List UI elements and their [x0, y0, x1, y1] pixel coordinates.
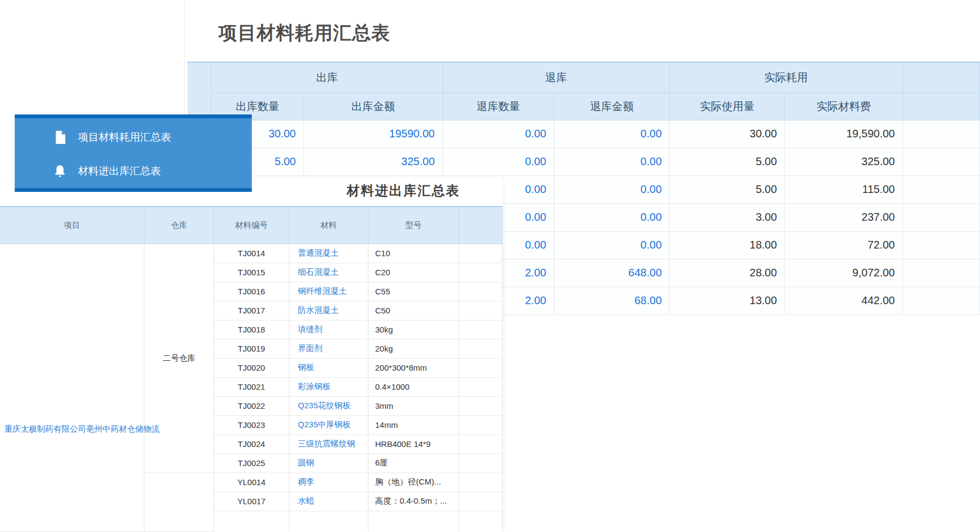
material-code: TJ0018 — [214, 320, 289, 339]
model-value: HRB400E 14*9 — [368, 434, 458, 454]
empty-cell — [903, 203, 979, 231]
actual-cost-value: 72.00 — [785, 231, 903, 259]
material-link[interactable]: 稠李 — [298, 477, 314, 486]
material-code: TJ0022 — [214, 396, 289, 415]
menu-item-label: 项目材料耗用汇总表 — [78, 130, 171, 144]
col-header-return-qty: 退库数量 — [443, 93, 554, 120]
inout-report-sheet: 材料进出库汇总表 项目 仓库 材料编号 材料 型号 重庆太极 — [0, 178, 503, 532]
outbound-amount-value[interactable]: 325.00 — [304, 148, 443, 176]
actual-usage-value: 18.00 — [670, 231, 785, 259]
return-amount-value[interactable]: 648.00 — [554, 259, 670, 287]
col-header-material: 材料 — [289, 207, 368, 244]
return-amount-value[interactable]: 0.00 — [554, 231, 670, 259]
empty-cell — [458, 415, 502, 434]
col-header-return-amount: 退库金额 — [554, 93, 670, 120]
material-link[interactable]: 填缝剂 — [298, 324, 323, 334]
material-code: YL0017 — [214, 492, 289, 511]
consumption-report-title: 项目材料耗用汇总表 — [219, 21, 390, 46]
empty-cell — [458, 511, 502, 531]
material-link[interactable]: 钢板 — [298, 362, 314, 372]
col-header-material-code: 材料编号 — [214, 207, 289, 244]
material-code: TJ0021 — [214, 377, 289, 396]
return-qty-value[interactable]: 0.00 — [443, 148, 554, 176]
inout-report-title: 材料进出库汇总表 — [347, 182, 494, 200]
material-link[interactable]: Q235花纹钢板 — [298, 401, 351, 410]
empty-cell — [458, 396, 502, 415]
return-amount-value[interactable]: 0.00 — [554, 148, 670, 176]
actual-cost-value: 19,590.00 — [785, 120, 903, 148]
model-value: 6厘 — [368, 454, 458, 473]
actual-usage-value: 13.00 — [670, 287, 785, 315]
actual-usage-value: 30.00 — [670, 120, 785, 148]
material-link[interactable]: 细石混凝土 — [298, 267, 339, 276]
empty-cell — [368, 511, 458, 531]
model-value: C50 — [368, 301, 458, 320]
material-link[interactable]: 彩涂钢板 — [298, 382, 331, 391]
empty-cell — [903, 120, 979, 148]
material-link[interactable]: 钢纤维混凝土 — [298, 286, 347, 295]
outbound-amount-value[interactable]: 19590.00 — [304, 120, 443, 148]
material-code: TJ0014 — [214, 244, 289, 263]
material-link[interactable]: Q235中厚钢板 — [298, 420, 351, 429]
inout-table: 项目 仓库 材料编号 材料 型号 重庆太极制药有限公司亳州中药材仓储物流 二号仓… — [0, 206, 503, 532]
page: 项目材料耗用汇总表 出库 退库 实际耗用 出库数量 出库金额 退库数量 — [0, 0, 980, 532]
empty-cell — [458, 434, 502, 454]
menu-item-consumption-report[interactable]: 项目材料耗用汇总表 — [15, 120, 252, 154]
model-value: 0.4×1000 — [368, 377, 458, 396]
col-header-actual-usage: 实际使用量 — [670, 93, 785, 120]
return-qty-value[interactable]: 0.00 — [443, 120, 554, 148]
empty-cell — [458, 454, 502, 473]
col-header-outbound-amount: 出库金额 — [304, 93, 443, 120]
return-amount-value[interactable]: 0.00 — [554, 203, 670, 231]
warehouse-link[interactable]: 二号仓库 — [144, 244, 214, 473]
col-header-actual-cost: 实际材料费 — [785, 93, 903, 120]
col-header-warehouse: 仓库 — [144, 207, 214, 244]
return-amount-value[interactable]: 0.00 — [554, 120, 670, 148]
model-value: C20 — [368, 263, 458, 282]
actual-cost-value: 237.00 — [785, 203, 903, 231]
bell-icon — [53, 164, 67, 178]
menu-item-inout-report[interactable]: 材料进出库汇总表 — [15, 154, 252, 188]
col-header-cut — [903, 93, 979, 120]
return-amount-value[interactable]: 68.00 — [554, 287, 670, 315]
material-code: TJ0025 — [214, 454, 289, 473]
col-header-project: 项目 — [0, 207, 144, 244]
actual-usage-value: 5.00 — [670, 176, 785, 203]
table-row: 重庆太极制药有限公司亳州中药材仓储物流 二号仓库 TJ0014 普通混凝土 C1… — [0, 244, 503, 263]
model-value: 3mm — [368, 396, 458, 415]
warehouse-cell — [144, 473, 214, 531]
actual-cost-value: 115.00 — [785, 176, 903, 203]
empty-cell — [458, 301, 502, 320]
actual-usage-value: 3.00 — [670, 203, 785, 231]
model-value: 200*300*8mm — [368, 358, 458, 377]
material-link[interactable]: 水蜡 — [298, 496, 314, 505]
model-value: 14mm — [368, 415, 458, 434]
col-header-cut — [458, 207, 502, 244]
menu-item-label: 材料进出库汇总表 — [78, 164, 161, 178]
empty-cell — [903, 148, 979, 176]
material-link[interactable]: 三级抗震螺纹钢 — [298, 439, 355, 448]
empty-cell — [289, 511, 368, 531]
material-code: TJ0017 — [214, 301, 289, 320]
col-header-model: 型号 — [368, 207, 458, 244]
table-row: 5.00 325.00 0.00 0.00 5.00 325.00 — [187, 148, 980, 176]
material-link[interactable]: 界面剂 — [298, 343, 323, 353]
project-link[interactable]: 重庆太极制药有限公司亳州中药材仓储物流 — [4, 424, 161, 434]
document-icon — [53, 130, 67, 144]
actual-usage-value: 5.00 — [670, 148, 785, 176]
actual-cost-value: 325.00 — [785, 148, 903, 176]
empty-cell — [458, 263, 502, 282]
group-header-cut — [903, 62, 979, 93]
empty-cell — [458, 282, 502, 301]
return-amount-value[interactable]: 0.00 — [554, 176, 670, 203]
corner-header-cell — [187, 62, 211, 120]
model-value: C10 — [368, 244, 458, 263]
material-link[interactable]: 普通混凝土 — [298, 248, 339, 257]
empty-cell — [458, 377, 502, 396]
group-header-return: 退库 — [443, 62, 670, 93]
material-code: YL0014 — [214, 473, 289, 492]
material-code: TJ0024 — [214, 434, 289, 454]
material-link[interactable]: 防水混凝土 — [298, 305, 339, 315]
material-link[interactable]: 圆钢 — [298, 458, 314, 467]
empty-cell — [458, 339, 502, 358]
